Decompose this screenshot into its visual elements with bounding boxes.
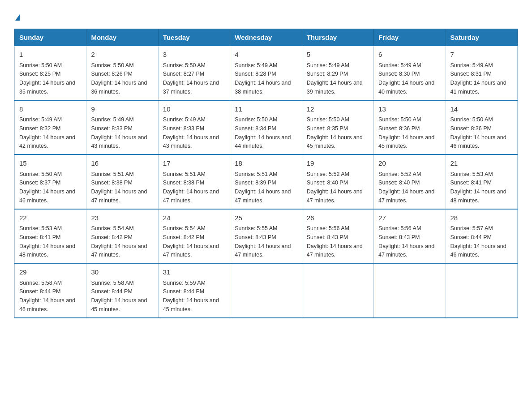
table-row: 8Sunrise: 5:49 AMSunset: 8:32 PMDaylight… (15, 100, 86, 155)
day-number: 10 (163, 104, 225, 115)
daylight-label: Daylight: 14 hours and 47 minutes. (235, 243, 291, 258)
daylight-label: Daylight: 14 hours and 45 minutes. (163, 297, 219, 313)
day-number: 31 (163, 267, 225, 278)
sunrise-info: Sunrise: 5:50 AM (378, 116, 421, 123)
daylight-label: Daylight: 14 hours and 47 minutes. (235, 188, 291, 204)
sunset-info: Sunset: 8:39 PM (235, 180, 276, 186)
sunset-info: Sunset: 8:28 PM (235, 71, 276, 77)
sunrise-info: Sunrise: 5:52 AM (307, 171, 349, 177)
table-row: 30Sunrise: 5:58 AMSunset: 8:44 PMDayligh… (86, 263, 158, 318)
sunset-info: Sunset: 8:36 PM (378, 125, 420, 132)
table-row: 11Sunrise: 5:50 AMSunset: 8:34 PMDayligh… (230, 100, 302, 155)
sunrise-info: Sunrise: 5:56 AM (378, 225, 421, 231)
sunset-info: Sunset: 8:38 PM (163, 180, 204, 186)
sunrise-info: Sunrise: 5:51 AM (91, 171, 133, 177)
daylight-label: Daylight: 14 hours and 47 minutes. (307, 188, 363, 204)
table-row (446, 263, 517, 318)
sunset-info: Sunset: 8:37 PM (19, 180, 60, 186)
sunrise-info: Sunrise: 5:58 AM (91, 280, 133, 286)
sunrise-info: Sunrise: 5:54 AM (91, 225, 133, 231)
day-number: 8 (19, 104, 82, 115)
table-row: 26Sunrise: 5:56 AMSunset: 8:43 PMDayligh… (302, 209, 373, 264)
header-day-wednesday: Wednesday (230, 29, 302, 46)
table-row: 6Sunrise: 5:49 AMSunset: 8:30 PMDaylight… (374, 46, 446, 100)
sunset-info: Sunset: 8:32 PM (19, 125, 60, 132)
sunrise-info: Sunrise: 5:58 AM (19, 280, 62, 286)
sunset-info: Sunset: 8:44 PM (19, 288, 60, 295)
sunrise-info: Sunrise: 5:50 AM (19, 62, 62, 68)
table-row: 17Sunrise: 5:51 AMSunset: 8:38 PMDayligh… (158, 154, 230, 209)
daylight-label: Daylight: 14 hours and 43 minutes. (163, 134, 219, 150)
daylight-label: Daylight: 14 hours and 47 minutes. (91, 243, 147, 258)
sunset-info: Sunset: 8:40 PM (307, 180, 348, 186)
sunset-info: Sunset: 8:43 PM (235, 234, 276, 240)
sunrise-info: Sunrise: 5:54 AM (163, 225, 206, 231)
daylight-label: Daylight: 14 hours and 36 minutes. (91, 80, 147, 95)
sunrise-info: Sunrise: 5:57 AM (450, 225, 493, 231)
daylight-label: Daylight: 14 hours and 43 minutes. (91, 134, 147, 150)
header-row: SundayMondayTuesdayWednesdayThursdayFrid… (15, 29, 518, 46)
sunrise-info: Sunrise: 5:55 AM (235, 225, 277, 231)
logo-triangle-icon (15, 14, 20, 21)
daylight-label: Daylight: 14 hours and 47 minutes. (91, 188, 147, 204)
table-row: 24Sunrise: 5:54 AMSunset: 8:42 PMDayligh… (158, 209, 230, 264)
day-number: 14 (450, 104, 513, 115)
week-row-1: 1Sunrise: 5:50 AMSunset: 8:25 PMDaylight… (15, 46, 518, 100)
table-row: 5Sunrise: 5:49 AMSunset: 8:29 PMDaylight… (302, 46, 373, 100)
table-row: 16Sunrise: 5:51 AMSunset: 8:38 PMDayligh… (86, 154, 158, 209)
table-row (302, 263, 373, 318)
sunset-info: Sunset: 8:41 PM (450, 180, 492, 186)
table-row: 28Sunrise: 5:57 AMSunset: 8:44 PMDayligh… (446, 209, 517, 264)
day-number: 19 (307, 158, 369, 169)
sunrise-info: Sunrise: 5:52 AM (378, 171, 421, 177)
day-number: 22 (19, 213, 82, 223)
table-row: 25Sunrise: 5:55 AMSunset: 8:43 PMDayligh… (230, 209, 302, 264)
daylight-label: Daylight: 14 hours and 46 minutes. (19, 188, 75, 204)
week-row-3: 15Sunrise: 5:50 AMSunset: 8:37 PMDayligh… (15, 154, 518, 209)
sunset-info: Sunset: 8:35 PM (307, 125, 348, 132)
daylight-label: Daylight: 14 hours and 45 minutes. (91, 297, 147, 313)
header-day-saturday: Saturday (446, 29, 517, 46)
table-row: 10Sunrise: 5:49 AMSunset: 8:33 PMDayligh… (158, 100, 230, 155)
sunrise-info: Sunrise: 5:50 AM (307, 116, 349, 123)
table-row: 19Sunrise: 5:52 AMSunset: 8:40 PMDayligh… (302, 154, 373, 209)
daylight-label: Daylight: 14 hours and 47 minutes. (163, 188, 219, 204)
table-row: 22Sunrise: 5:53 AMSunset: 8:41 PMDayligh… (15, 209, 86, 264)
sunrise-info: Sunrise: 5:49 AM (450, 62, 493, 68)
day-number: 7 (450, 50, 513, 60)
header-day-sunday: Sunday (15, 29, 86, 46)
sunrise-info: Sunrise: 5:49 AM (235, 62, 277, 68)
daylight-label: Daylight: 14 hours and 37 minutes. (163, 80, 219, 95)
sunset-info: Sunset: 8:42 PM (91, 234, 132, 240)
sunset-info: Sunset: 8:29 PM (307, 71, 348, 77)
calendar-table: SundayMondayTuesdayWednesdayThursdayFrid… (14, 29, 518, 318)
daylight-label: Daylight: 14 hours and 47 minutes. (378, 188, 434, 204)
sunset-info: Sunset: 8:33 PM (91, 125, 132, 132)
sunrise-info: Sunrise: 5:50 AM (450, 116, 493, 123)
daylight-label: Daylight: 14 hours and 40 minutes. (378, 80, 434, 95)
sunset-info: Sunset: 8:26 PM (91, 71, 132, 77)
day-number: 12 (307, 104, 369, 115)
daylight-label: Daylight: 14 hours and 38 minutes. (235, 80, 291, 95)
daylight-label: Daylight: 14 hours and 35 minutes. (19, 80, 75, 95)
table-row (230, 263, 302, 318)
day-number: 13 (378, 104, 441, 115)
table-row: 4Sunrise: 5:49 AMSunset: 8:28 PMDaylight… (230, 46, 302, 100)
sunset-info: Sunset: 8:44 PM (450, 234, 492, 240)
day-number: 25 (235, 213, 297, 223)
day-number: 5 (307, 50, 369, 60)
day-number: 15 (19, 158, 82, 169)
daylight-label: Daylight: 14 hours and 42 minutes. (19, 134, 75, 150)
logo (14, 11, 20, 23)
day-number: 26 (307, 213, 369, 223)
sunrise-info: Sunrise: 5:53 AM (19, 225, 62, 231)
sunrise-info: Sunrise: 5:50 AM (235, 116, 277, 123)
table-row: 1Sunrise: 5:50 AMSunset: 8:25 PMDaylight… (15, 46, 86, 100)
sunset-info: Sunset: 8:41 PM (19, 234, 60, 240)
sunrise-info: Sunrise: 5:50 AM (163, 62, 206, 68)
sunset-info: Sunset: 8:42 PM (163, 234, 204, 240)
day-number: 16 (91, 158, 153, 169)
sunrise-info: Sunrise: 5:50 AM (19, 171, 62, 177)
sunset-info: Sunset: 8:36 PM (450, 125, 492, 132)
day-number: 2 (91, 50, 153, 60)
